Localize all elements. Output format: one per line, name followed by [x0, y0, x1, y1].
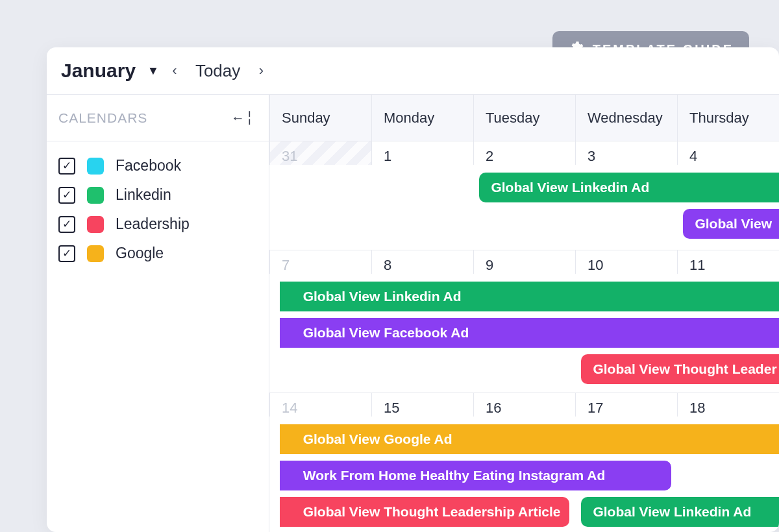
checkbox-icon[interactable]: ✓ [58, 245, 75, 262]
collapse-left-icon: ←╎ [231, 110, 254, 125]
calendar-grid: Sunday Monday Tuesday Wednesday Thursday… [269, 94, 779, 532]
day-number: 31 [270, 148, 371, 165]
events-layer: Global View Linkedin AdGlobal View [269, 173, 779, 242]
calendar-filter-item[interactable]: ✓ Facebook [58, 157, 257, 175]
chevron-right-icon: › [259, 62, 264, 79]
checkbox-icon[interactable]: ✓ [58, 216, 75, 233]
day-cell[interactable]: 18 [677, 393, 779, 417]
day-number: 8 [372, 257, 473, 274]
event-label: Global View Thought Leader [593, 361, 776, 377]
event-label: Global View [695, 216, 772, 232]
day-cell[interactable]: 9 [473, 250, 575, 274]
day-number: 16 [474, 400, 575, 417]
day-number: 10 [576, 257, 677, 274]
event-label: Global View Linkedin Ad [593, 504, 751, 520]
event-bar[interactable]: Global View Thought Leader [581, 354, 779, 384]
day-header-row: Sunday Monday Tuesday Wednesday Thursday [269, 94, 779, 141]
day-cell[interactable]: 15 [371, 393, 473, 417]
calendar-header: January ▼ ‹ Today › [47, 47, 779, 94]
day-number: 3 [576, 148, 677, 165]
event-label: Global View Linkedin Ad [303, 289, 462, 304]
color-swatch [87, 245, 104, 262]
today-button[interactable]: Today [190, 61, 245, 81]
event-label: Global View Facebook Ad [303, 325, 469, 341]
calendar-filter-item[interactable]: ✓ Google [58, 245, 257, 262]
week-row: 7 8 9 10 11 Global View Linkedin AdGloba… [269, 250, 779, 393]
caret-down-icon: ▼ [147, 64, 159, 78]
day-number: 4 [678, 148, 779, 165]
day-cell[interactable]: 4 [677, 141, 779, 165]
day-cell[interactable]: 10 [575, 250, 677, 274]
day-header: Monday [371, 95, 473, 141]
calendar-filter-label: Google [116, 245, 164, 262]
color-swatch [87, 158, 104, 175]
sidebar-title: CALENDARS [58, 110, 147, 126]
prev-period-button[interactable]: ‹ [167, 63, 182, 79]
event-label: Global View Thought Leadership Article [303, 504, 561, 520]
calendar-filter-label: Leadership [116, 215, 190, 233]
day-number: 15 [372, 400, 473, 417]
day-number: 11 [678, 257, 779, 274]
day-cell[interactable]: 7 [269, 250, 371, 274]
day-number: 9 [474, 257, 575, 274]
event-bar[interactable]: Global View Linkedin Ad [280, 282, 779, 311]
week-row: 14 15 16 17 18 Global View Google AdWork… [269, 393, 779, 532]
day-number: 2 [474, 148, 575, 165]
calendar-filter-item[interactable]: ✓ Linkedin [58, 186, 257, 204]
event-bar[interactable]: Global View Google Ad [280, 424, 779, 454]
calendar-filter-list: ✓ Facebook ✓ Linkedin ✓ Leadership ✓ [47, 141, 269, 278]
day-number: 14 [270, 400, 371, 417]
checkbox-icon[interactable]: ✓ [58, 187, 75, 204]
collapse-sidebar-button[interactable]: ←╎ [231, 110, 254, 126]
day-cell[interactable]: 1 [371, 141, 473, 165]
event-bar[interactable]: Work From Home Healthy Eating Instagram … [280, 461, 671, 490]
chevron-left-icon: ‹ [172, 62, 177, 79]
event-label: Global View Linkedin Ad [491, 180, 649, 195]
day-header: Tuesday [473, 95, 575, 141]
day-cell[interactable]: 3 [575, 141, 677, 165]
day-cell[interactable]: 17 [575, 393, 677, 417]
event-bar[interactable]: Global View Linkedin Ad [581, 497, 779, 527]
next-period-button[interactable]: › [253, 63, 269, 79]
events-layer: Global View Linkedin AdGlobal View Faceb… [269, 282, 779, 385]
event-bar[interactable]: Global View Linkedin Ad [479, 173, 779, 202]
day-cell[interactable]: 8 [371, 250, 473, 274]
sidebar-header: CALENDARS ←╎ [47, 95, 269, 141]
day-header: Sunday [269, 95, 371, 141]
calendar-sidebar: CALENDARS ←╎ ✓ Facebook ✓ Linkedin ✓ [47, 94, 269, 532]
event-bar[interactable]: Global View Thought Leadership Article [280, 497, 569, 527]
day-cell[interactable]: 2 [473, 141, 575, 165]
day-number: 17 [576, 400, 677, 417]
event-bar[interactable]: Global View [683, 209, 779, 239]
day-cell[interactable]: 31 [269, 141, 371, 165]
day-header: Thursday [677, 95, 779, 141]
day-number: 18 [678, 400, 779, 417]
color-swatch [87, 216, 104, 233]
day-header: Wednesday [575, 95, 677, 141]
calendar-filter-label: Facebook [116, 157, 181, 175]
day-cell[interactable]: 14 [269, 393, 371, 417]
event-label: Global View Google Ad [303, 431, 452, 447]
color-swatch [87, 187, 104, 204]
event-bar[interactable]: Global View Facebook Ad [280, 318, 779, 348]
day-cell[interactable]: 16 [473, 393, 575, 417]
events-layer: Global View Google AdWork From Home Heal… [269, 424, 779, 531]
calendar-filter-item[interactable]: ✓ Leadership [58, 215, 257, 233]
app-frame: January ▼ ‹ Today › CALENDARS ←╎ ✓ Face [47, 47, 779, 532]
checkbox-icon[interactable]: ✓ [58, 158, 75, 175]
month-picker[interactable]: January ▼ [61, 60, 159, 82]
event-label: Work From Home Healthy Eating Instagram … [303, 468, 606, 483]
calendar-filter-label: Linkedin [116, 186, 171, 204]
day-number: 7 [270, 257, 371, 274]
day-cell[interactable]: 11 [677, 250, 779, 274]
week-row: 31 1 2 3 4 Global View Linkedin AdGlobal… [269, 141, 779, 250]
current-month-label: January [61, 60, 136, 82]
day-number: 1 [372, 148, 473, 165]
